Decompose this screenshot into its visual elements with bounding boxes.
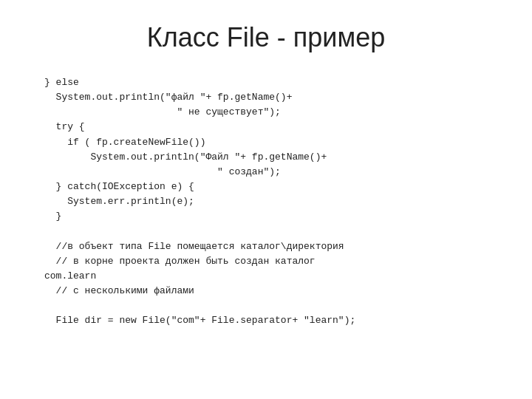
code-block: } else System.out.println("файл "+ fp.ge… [37, 75, 495, 328]
slide-container: Класс File - пример } else System.out.pr… [0, 0, 532, 399]
slide-title: Класс File - пример [37, 22, 495, 53]
